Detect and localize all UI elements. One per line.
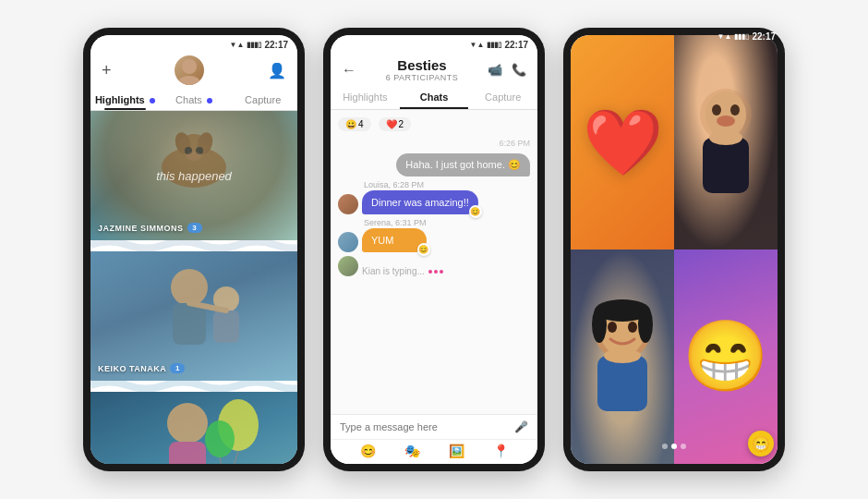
tab-highlights[interactable]: Highlights [90, 89, 160, 110]
svg-point-9 [171, 269, 208, 306]
battery-icon-3: ▮▮▮▯ [734, 35, 749, 41]
svg-rect-15 [169, 442, 206, 464]
svg-point-26 [709, 130, 742, 145]
cell-heart: ❤️ [571, 35, 674, 250]
dot-1 [428, 270, 432, 274]
tab2-highlights[interactable]: Highlights [331, 86, 400, 109]
chat-input-area: 🎤 [331, 414, 537, 439]
image-button[interactable]: 🖼️ [449, 444, 464, 458]
location-button[interactable]: 📍 [493, 444, 509, 458]
svg-point-1 [178, 76, 200, 85]
svg-rect-10 [173, 303, 206, 345]
emoji-button[interactable]: 😊 [360, 444, 376, 458]
cell-person-1 [674, 35, 778, 250]
sender-louisa: Louisa, 6:28 PM [364, 180, 478, 189]
reaction-1[interactable]: 😀 4 [338, 117, 371, 131]
signal-icon-3: ▼▲ [717, 35, 732, 41]
tab-dot-highlights [150, 98, 155, 103]
phone-3: ▼▲ ▮▮▮▯ 22:17 ❤️ [563, 28, 785, 471]
contacts-icon[interactable]: 👤 [268, 62, 286, 79]
tab-capture[interactable]: Capture [228, 89, 297, 110]
person-photo-2 [571, 250, 674, 464]
signal-icon-2: ▼▲ [470, 41, 485, 49]
svg-point-23 [730, 104, 740, 116]
reactions-row: 😀 4 ❤️ 2 [338, 117, 530, 131]
mic-icon[interactable]: 🎤 [514, 420, 528, 433]
sender-serena: Serena, 6:31 PM [364, 218, 427, 227]
nav-dot-1 [662, 444, 668, 449]
voice-call-icon[interactable]: 📞 [512, 63, 526, 77]
avatar-kian [338, 256, 358, 276]
svg-rect-31 [597, 356, 647, 411]
avatar-serena [338, 232, 358, 252]
signal-icon-1: ▼▲ [230, 41, 245, 49]
story-text-1: this happened [156, 169, 232, 183]
tab2-chats[interactable]: Chats [400, 86, 469, 109]
msg-meta-2: Serena, 6:31 PM YUM 😊 [362, 218, 427, 252]
video-call-icon[interactable]: 📹 [488, 63, 502, 77]
tab2-capture[interactable]: Capture [468, 86, 537, 109]
reaction-button[interactable]: 😁 [748, 431, 774, 456]
battery-icon-2: ▮▮▮▯ [487, 41, 501, 49]
message-time-1: 6:26 PM [338, 139, 530, 148]
group-name: Besties [364, 57, 480, 73]
video-grid: ❤️ [571, 35, 778, 464]
wave-divider-1 [90, 240, 297, 251]
story-count-2: 1 [170, 363, 185, 373]
time-2: 22:17 [504, 40, 528, 50]
message-input[interactable] [340, 421, 509, 432]
battery-icon-1: ▮▮▮▯ [247, 41, 261, 49]
story-card-1[interactable]: this happened JAZMINE SIMMONS 3 [90, 111, 297, 240]
phone-2: ▼▲ ▮▮▮▯ 22:17 ← Besties 6 PARTICIPANTS 📹… [323, 28, 545, 471]
heart-icon: ❤️ [571, 35, 674, 250]
svg-point-8 [187, 152, 201, 161]
chat-header: ← Besties 6 PARTICIPANTS 📹 📞 [331, 52, 537, 86]
chat-toolbar: 😊 🎭 🖼️ 📍 [331, 439, 537, 464]
group-title-area: Besties 6 PARTICIPANTS [364, 57, 480, 82]
svg-rect-25 [703, 138, 749, 193]
svg-rect-12 [213, 310, 239, 343]
story-card-2[interactable]: KEIKO TANAKA 1 [90, 251, 297, 381]
typing-row: Kian is typing... [338, 256, 443, 276]
person-photo-1 [674, 35, 778, 250]
story-badge-1: JAZMINE SIMMONS 3 [98, 223, 202, 233]
svg-point-0 [182, 59, 197, 74]
bubble-louisa: Dinner was amazing!! [362, 190, 478, 214]
status-bar-3: ▼▲ ▮▮▮▯ 22:17 [571, 35, 778, 43]
sticker-button[interactable]: 🎭 [404, 444, 420, 458]
reaction-2[interactable]: ❤️ 2 [379, 117, 412, 131]
back-button[interactable]: ← [342, 62, 356, 79]
dot-2 [434, 270, 438, 274]
chat-messages: 😀 4 ❤️ 2 6:26 PM Haha. I just got home. … [331, 110, 537, 414]
story-count-1: 3 [187, 223, 202, 233]
story-card-3[interactable]: CERISSE KRAMER [90, 392, 297, 464]
svg-line-19 [220, 457, 223, 464]
react-badge-2: 😊 [417, 243, 430, 256]
svg-point-32 [604, 348, 641, 363]
tab-dot-chats [207, 98, 212, 103]
svg-point-30 [628, 322, 637, 333]
tab-chats[interactable]: Chats [160, 89, 229, 110]
typing-indicator: Kian is typing... [362, 266, 443, 276]
avatar[interactable] [175, 55, 204, 85]
nav-dot-3 [681, 444, 686, 449]
time-3: 22:17 [752, 35, 776, 42]
dot-3 [440, 270, 443, 274]
cell-person-2 [571, 250, 674, 464]
svg-point-17 [205, 420, 235, 457]
avatar-louisa [338, 194, 358, 214]
msg-left-2: Serena, 6:31 PM YUM 😊 [338, 218, 427, 252]
add-icon[interactable]: + [102, 61, 112, 80]
status-bar-1: ▼▲ ▮▮▮▯ 22:17 [90, 35, 297, 52]
time-1: 22:17 [264, 40, 288, 50]
chat-tabs: Highlights Chats Capture [331, 86, 537, 110]
svg-point-24 [717, 116, 735, 127]
svg-point-35 [638, 306, 653, 343]
wave-divider-2 [90, 381, 297, 392]
svg-point-22 [712, 104, 721, 116]
phone-1: ▼▲ ▮▮▮▯ 22:17 + 👤 Highlights Chats [83, 28, 305, 471]
typing-dots [428, 270, 443, 274]
svg-line-18 [234, 451, 238, 464]
react-badge-1: 😊 [469, 205, 482, 218]
bubble-right-1: Haha. I just got home. 😊 [396, 153, 530, 176]
